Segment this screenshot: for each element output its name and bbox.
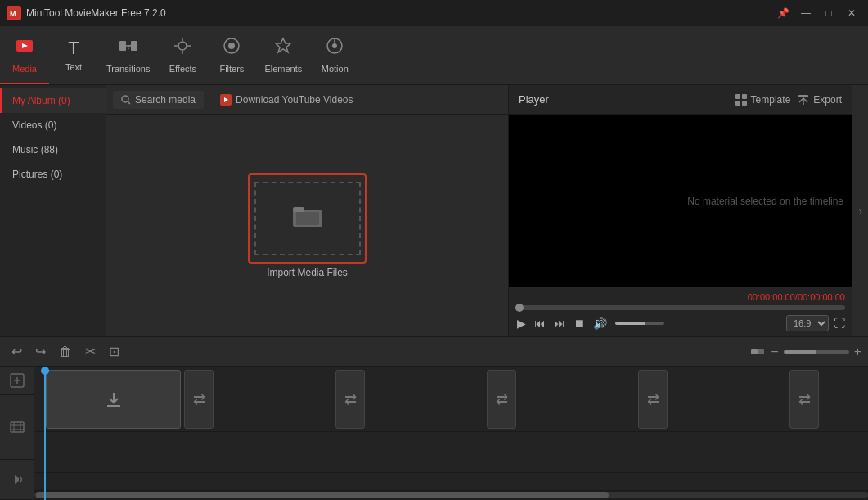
video-clip-main[interactable]: [46, 370, 181, 429]
search-media-button[interactable]: Search media: [113, 91, 204, 109]
time-current: 00:00:00.00: [748, 292, 795, 302]
maximize-button[interactable]: □: [819, 5, 839, 21]
sidebar-item-pictures[interactable]: Pictures (0): [0, 162, 106, 187]
import-label: Import Media Files: [267, 267, 348, 278]
toolbar-item-effects[interactable]: Effects: [158, 26, 207, 84]
fullscreen-button[interactable]: ⛶: [834, 317, 845, 330]
sidebar-item-my-album[interactable]: My Album (0): [0, 88, 106, 113]
transition-arrow-3[interactable]: ⇄: [487, 370, 516, 429]
sidebar-item-music[interactable]: Music (88): [0, 137, 106, 162]
template-label: Template: [751, 94, 791, 106]
timeline-toolbar: ↩ ↪ 🗑 ✂ ⊡ − +: [0, 337, 868, 367]
cut-button[interactable]: ✂: [80, 340, 101, 363]
timeline-tracks-left: [0, 367, 34, 500]
effects-label: Effects: [169, 64, 196, 74]
time-display: 00:00:00.00 / 00:00:00.00: [515, 292, 845, 302]
app-icon: M: [7, 6, 21, 20]
svg-rect-28: [742, 101, 747, 106]
svg-point-7: [178, 42, 187, 50]
main-content: My Album (0) Videos (0) Music (88) Pictu…: [0, 85, 868, 336]
svg-rect-26: [742, 94, 747, 99]
stop-button[interactable]: ⏹: [572, 315, 587, 331]
export-label: Export: [813, 94, 842, 106]
toolbar-item-transitions[interactable]: ⇄ Transitions: [98, 26, 158, 84]
play-button[interactable]: ▶: [515, 315, 528, 331]
svg-rect-36: [11, 422, 24, 432]
transition-arrow-4[interactable]: ⇄: [638, 370, 668, 429]
add-track-button[interactable]: [0, 367, 34, 395]
export-icon: [797, 93, 810, 106]
video-track-icon: [0, 395, 34, 460]
volume-slider[interactable]: [615, 322, 664, 325]
toolbar: Media T Text ⇄ Transitions Effects: [0, 26, 868, 85]
search-icon: [121, 95, 131, 105]
audio-track-row: [34, 432, 868, 473]
time-total: 00:00:00.00: [798, 292, 845, 302]
svg-rect-27: [735, 101, 740, 106]
elements-icon: [273, 36, 293, 61]
download-clip-icon: [104, 390, 124, 409]
volume-button[interactable]: 🔊: [591, 315, 609, 331]
transition-arrow-5[interactable]: ⇄: [789, 370, 819, 429]
player-tab[interactable]: Player: [519, 93, 549, 106]
import-media-box[interactable]: [248, 173, 367, 264]
right-panel-toggle[interactable]: ›: [852, 85, 868, 336]
zoom-out-button[interactable]: −: [771, 345, 778, 359]
player-controls: 00:00:00.00 / 00:00:00.00 ▶ ⏮ ⏭ ⏹ 🔊 16:9…: [509, 287, 852, 336]
media-content: Import Media Files: [106, 115, 508, 336]
prev-frame-button[interactable]: ⏮: [533, 315, 547, 331]
toolbar-item-media[interactable]: Media: [0, 26, 49, 84]
scrollbar-thumb[interactable]: [36, 492, 609, 498]
title-bar: M MiniTool MovieMaker Free 7.2.0 📌 — □ ✕: [0, 0, 868, 26]
zoom-slider[interactable]: [784, 350, 849, 354]
toolbar-item-text[interactable]: T Text: [49, 26, 98, 84]
close-button[interactable]: ✕: [842, 5, 861, 21]
svg-marker-14: [276, 38, 290, 52]
detach-icon: [749, 344, 766, 360]
import-dashed-area: [254, 182, 361, 255]
transition-arrow-1[interactable]: ⇄: [184, 370, 214, 429]
sidebar-item-videos[interactable]: Videos (0): [0, 113, 106, 137]
template-button[interactable]: Template: [735, 93, 791, 106]
toolbar-item-filters[interactable]: Filters: [207, 26, 256, 84]
toolbar-item-elements[interactable]: Elements: [256, 26, 310, 84]
player-header: Player Template: [509, 85, 852, 115]
progress-bar[interactable]: [515, 305, 845, 310]
aspect-ratio-select[interactable]: 16:9 9:16 1:1 4:3: [786, 315, 829, 331]
undo-button[interactable]: ↩: [7, 340, 27, 363]
toolbar-item-motion[interactable]: Motion: [310, 26, 359, 84]
crop-button[interactable]: ⊡: [104, 340, 124, 363]
svg-point-18: [122, 96, 128, 102]
zoom-in-button[interactable]: +: [854, 345, 861, 359]
text-label: Text: [65, 62, 82, 72]
player-screen: No material selected on the timeline: [509, 115, 852, 287]
transition-arrow-2[interactable]: ⇄: [335, 370, 365, 429]
effects-icon: [173, 36, 192, 61]
template-icon: [735, 93, 748, 106]
delete-button[interactable]: 🗑: [54, 341, 77, 363]
player-header-right: Template Export: [735, 93, 842, 106]
svg-point-16: [332, 43, 337, 48]
minimize-button[interactable]: —: [796, 5, 816, 21]
sidebar: My Album (0) Videos (0) Music (88) Pictu…: [0, 85, 106, 336]
playhead: [44, 367, 46, 500]
timeline: ↩ ↪ 🗑 ✂ ⊡ − +: [0, 336, 868, 500]
export-button[interactable]: Export: [797, 93, 842, 106]
timeline-scrollbar[interactable]: [34, 490, 868, 500]
media-icon: [15, 36, 34, 61]
redo-button[interactable]: ↪: [30, 340, 51, 363]
video-track-row: ⇄ ⇄ ⇄ ⇄ ⇄: [34, 367, 868, 432]
next-frame-button[interactable]: ⏭: [552, 315, 567, 331]
motion-label: Motion: [322, 64, 349, 74]
svg-rect-4: [119, 41, 126, 51]
download-label: Download YouTube Videos: [236, 94, 353, 106]
svg-line-19: [128, 101, 130, 104]
timeline-zoom-controls: − +: [749, 344, 861, 360]
pin-button[interactable]: 📌: [773, 5, 793, 21]
download-youtube-button[interactable]: Download YouTube Videos: [212, 91, 361, 109]
elements-label: Elements: [264, 64, 302, 74]
media-area: Search media Download YouTube Videos: [106, 85, 508, 336]
transitions-label: Transitions: [106, 64, 150, 74]
import-media-container: Import Media Files: [248, 173, 367, 278]
control-row: ▶ ⏮ ⏭ ⏹ 🔊 16:9 9:16 1:1 4:3 ⛶: [515, 315, 845, 331]
